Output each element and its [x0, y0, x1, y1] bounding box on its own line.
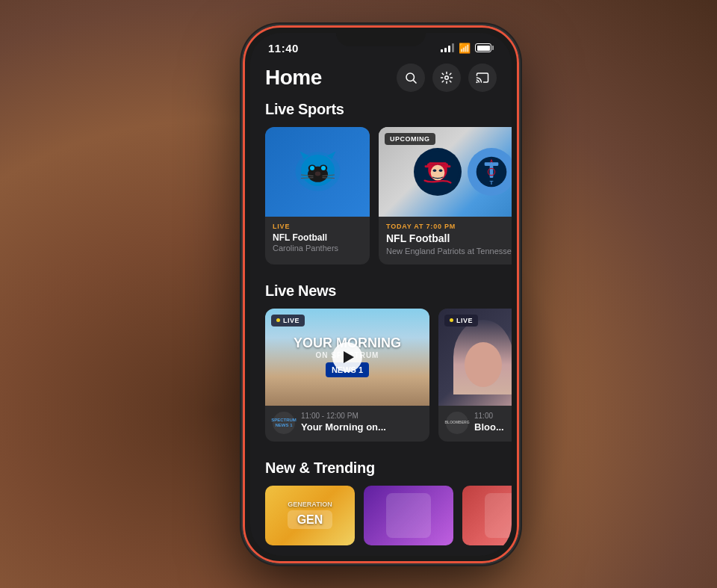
patriots-titans-title: NFL Football: [386, 232, 512, 245]
spectrum-time: 11:00 - 12:00 PM: [301, 412, 422, 420]
trending-card-generation[interactable]: GENERATION GEN: [265, 486, 355, 545]
svg-rect-23: [429, 162, 446, 164]
cast-button[interactable]: [468, 64, 497, 92]
app-header: Home: [250, 58, 512, 101]
spectrum-channel-logo: SPECTRUM NEWS 1: [273, 412, 295, 434]
status-time: 11:40: [268, 42, 299, 55]
live-sports-section: Live Sports: [250, 101, 512, 264]
live-dot-icon-bloomberg: [450, 318, 453, 322]
spectrum-news-text: 11:00 - 12:00 PM Your Morning on...: [301, 412, 422, 433]
patriots-titans-card[interactable]: UPCOMING: [379, 127, 512, 264]
vs-logos: T: [379, 148, 512, 196]
search-button[interactable]: [397, 64, 425, 92]
bloomberg-time: 11:00: [474, 412, 512, 420]
patriots-titans-time: TODAY AT 7:00 PM: [386, 223, 512, 230]
spectrum-news-card[interactable]: YOUR MORNING ON SPECTRUM NEWS 1 LIVE: [265, 309, 429, 442]
panthers-card-time: LIVE: [273, 223, 362, 230]
spectrum-card-info: SPECTRUM NEWS 1 11:00 - 12:00 PM Your Mo…: [265, 406, 429, 442]
live-badge-spectrum: LIVE: [271, 315, 305, 327]
bloomberg-show-name: Bloo...: [474, 421, 512, 433]
gear-icon: [440, 71, 453, 84]
svg-point-13: [314, 172, 320, 176]
svg-point-26: [439, 169, 443, 171]
bloomberg-card-image: LIVE: [438, 309, 512, 406]
news-cards-row: YOUR MORNING ON SPECTRUM NEWS 1 LIVE: [250, 309, 512, 442]
live-news-title: Live News: [250, 282, 512, 309]
spectrum-card-image: YOUR MORNING ON SPECTRUM NEWS 1 LIVE: [265, 309, 429, 406]
trending-cards-row: GENERATION GEN: [250, 486, 512, 545]
trending-card-2[interactable]: [364, 486, 453, 545]
settings-button[interactable]: [432, 64, 461, 92]
generation-number: GEN: [292, 513, 327, 527]
titans-logo-icon: T: [470, 150, 512, 194]
phone-notch: [336, 25, 426, 46]
spectrum-show-name: Your Morning on...: [301, 421, 422, 433]
svg-line-17: [322, 178, 335, 179]
svg-line-1: [413, 80, 416, 83]
bloomberg-card[interactable]: LIVE BLOOMBERG 11:00 Bloo...: [438, 309, 512, 442]
bloomberg-news-text: 11:00 Bloo...: [474, 412, 512, 433]
svg-line-15: [301, 178, 314, 179]
signal-icon: [441, 43, 454, 52]
live-badge-bloomberg: LIVE: [444, 315, 478, 327]
battery-icon: [475, 43, 494, 52]
trending-card-3[interactable]: [462, 486, 512, 545]
play-button[interactable]: [332, 342, 362, 372]
panthers-card-subtitle: Carolina Panthers: [273, 243, 362, 253]
new-trending-section: New & Trending GENERATION GEN: [250, 459, 512, 545]
cast-icon: [476, 71, 489, 84]
svg-point-2: [445, 75, 449, 79]
svg-point-25: [433, 169, 437, 171]
svg-point-12: [321, 166, 326, 170]
panthers-logo-icon: [290, 143, 346, 199]
live-sports-title: Live Sports: [250, 101, 512, 127]
live-dot-icon: [276, 318, 280, 322]
patriots-logo: [414, 148, 462, 196]
patriots-logo-icon: [416, 150, 459, 194]
svg-point-0: [406, 73, 415, 81]
sports-cards-row: LIVE NFL Football Carolina Panthers UPCO…: [250, 127, 512, 264]
bloomberg-card-info: BLOOMBERG 11:00 Bloo...: [438, 406, 512, 442]
panthers-card-title: NFL Football: [273, 232, 362, 243]
titans-logo: T: [468, 148, 512, 196]
generation-label: GENERATION: [288, 501, 332, 509]
svg-text:T: T: [490, 179, 494, 186]
header-actions: [397, 64, 497, 92]
status-icons: 📶: [441, 43, 494, 54]
phone-device: 11:40 📶 Home: [243, 25, 519, 563]
page-title: Home: [265, 66, 322, 90]
main-content: Live Sports: [250, 101, 512, 556]
live-news-section: Live News YOUR MORNING ON SPECTRUM NEWS …: [250, 282, 512, 442]
new-trending-title: New & Trending: [250, 459, 512, 486]
phone-screen: 11:40 📶 Home: [250, 33, 512, 556]
patriots-titans-subtitle: New England Patriots at Tennessee...: [386, 246, 512, 256]
upcoming-badge: UPCOMING: [385, 133, 435, 145]
wifi-icon: 📶: [459, 43, 471, 54]
panthers-card[interactable]: LIVE NFL Football Carolina Panthers: [265, 127, 370, 264]
svg-point-11: [310, 166, 314, 170]
bloomberg-channel-logo: BLOOMBERG: [446, 412, 468, 434]
search-icon: [404, 71, 418, 84]
